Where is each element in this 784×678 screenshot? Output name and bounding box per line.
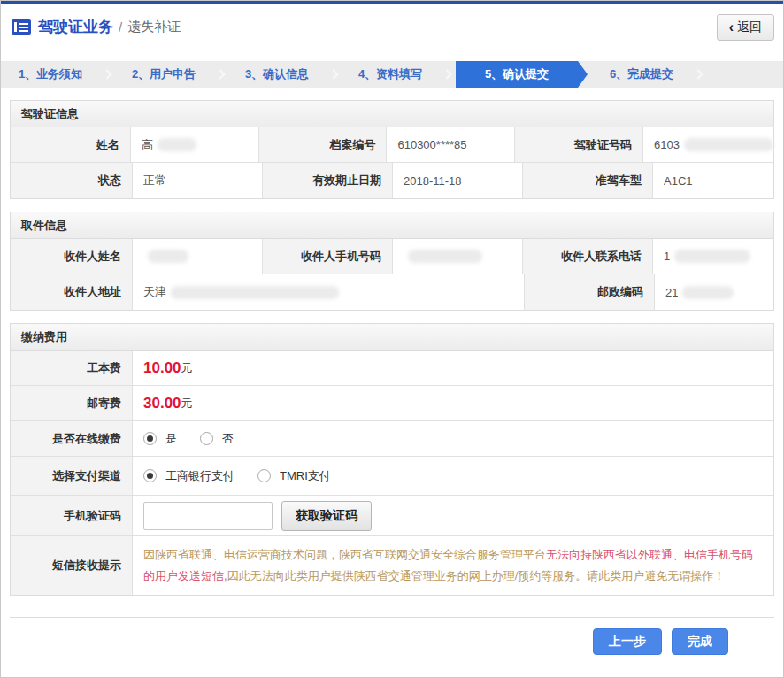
file-number-value: 610300****85 [387,127,515,162]
vehicle-class-label: 准驾车型 [523,163,653,198]
recipient-address-label: 收件人地址 [11,274,133,310]
page-title: 驾驶证业务 [38,17,113,37]
status-value: 正常 [133,163,263,198]
list-card-icon [12,19,31,35]
tab-step-6[interactable]: 6、完成提交 [592,61,691,88]
recipient-address-value: 天津 [133,274,525,310]
vehicle-class-value: A1C1 [653,163,773,198]
header: 驾驶证业务 / 遗失补证 ‹ 返回 [1,4,783,50]
previous-step-button[interactable]: 上一步 [593,628,662,655]
tab-step-5-active[interactable]: 5、确认提交 [456,61,578,88]
production-fee-value: 10.00元 [133,351,773,385]
pay-channel-label: 选择支付渠道 [11,457,133,495]
recipient-mobile-label: 收件人手机号码 [263,239,393,274]
sms-code-input[interactable] [143,502,273,530]
recipient-name-value [133,239,263,274]
tab-step-4[interactable]: 4、资料填写 [341,61,440,88]
delivery-section-title: 取件信息 [11,212,773,239]
table-row: 选择支付渠道 工商银行支付 TMRI支付 [11,457,773,496]
tab-separator-chevron [328,69,338,79]
sms-code-label: 手机验证码 [11,496,133,535]
tab-separator-chevron [215,69,225,79]
recipient-phone-value: 1 [653,239,773,274]
online-pay-options: 是 否 [133,421,773,456]
radio-unselected-icon [200,432,213,445]
postal-code-value: 21 [655,274,773,310]
recipient-name-label: 收件人姓名 [11,239,133,274]
sms-notice-label: 短信接收提示 [11,536,133,595]
radio-channel-icbc[interactable]: 工商银行支付 [143,468,234,484]
back-button-label: 返回 [737,19,762,35]
redaction-blur [158,138,196,151]
file-number-label: 档案编号 [259,127,388,162]
license-info-section: 驾驶证信息 姓名 高 档案编号 610300****85 驾驶证号码 6103 … [10,100,774,199]
step-tabs: 1、业务须知 2、用户申告 3、确认信息 4、资料填写 5、确认提交 6、完成提… [1,61,783,88]
recipient-mobile-value [393,239,523,274]
page-subtitle: 遗失补证 [127,19,181,35]
get-sms-code-button[interactable]: 获取验证码 [281,501,372,531]
expiry-date-label: 有效期止日期 [263,163,393,198]
radio-channel-tmri[interactable]: TMRI支付 [257,468,331,484]
notice-part-1: 因陕西省联通、电信运营商技术问题，陕西省互联网交通安全综合服务管理平台 [143,548,546,561]
tab-separator-chevron [442,69,451,79]
sms-code-field: 获取验证码 [133,496,773,535]
table-row: 是否在线缴费 是 否 [11,421,773,457]
tab-step-3[interactable]: 3、确认信息 [227,61,327,88]
expiry-date-value: 2018-11-18 [393,163,523,198]
redaction-blur [408,250,482,263]
radio-selected-icon [143,432,157,445]
redaction-blur [674,250,750,263]
redaction-blur [684,138,773,151]
table-row: 收件人姓名 收件人手机号码 收件人联系电话 1 [11,239,773,274]
delivery-info-section: 取件信息 收件人姓名 收件人手机号码 收件人联系电话 1 收件人地址 天津 邮政… [10,212,774,311]
radio-online-pay-no[interactable]: 否 [200,431,234,447]
pay-channel-options: 工商银行支付 TMRI支付 [133,457,773,495]
notice-part-3: 因此无法向此类用户提供陕西省交通管理业务的网上办理/预约等服务。请此类用户避免无… [227,569,726,582]
table-row: 状态 正常 有效期止日期 2018-11-18 准驾车型 A1C1 [11,163,773,198]
payment-section-title: 缴纳费用 [11,324,773,351]
table-row: 短信接收提示 因陕西省联通、电信运营商技术问题，陕西省互联网交通安全综合服务管理… [11,536,773,595]
footer-actions: 上一步 完成 [10,617,774,655]
tab-separator-chevron [102,69,111,79]
payment-section: 缴纳费用 工本费 10.00元 邮寄费 30.00元 是否在线缴费 是 否 选择… [10,323,774,596]
status-label: 状态 [11,163,133,198]
postage-fee-label: 邮寄费 [11,386,133,420]
table-row: 工本费 10.00元 [11,351,773,386]
postal-code-label: 邮政编码 [525,274,655,310]
postage-fee-value: 30.00元 [133,386,773,420]
name-label: 姓名 [11,127,131,162]
redaction-blur [171,286,339,299]
name-value: 高 [131,127,259,162]
page: 驾驶证业务 / 遗失补证 ‹ 返回 1、业务须知 2、用户申告 3、确认信息 4… [0,0,784,678]
radio-unselected-icon [257,469,271,482]
sms-notice-text: 因陕西省联通、电信运营商技术问题，陕西省互联网交通安全综合服务管理平台无法向持陕… [133,536,773,595]
table-row: 手机验证码 获取验证码 [11,496,773,536]
recipient-phone-label: 收件人联系电话 [523,239,653,274]
license-number-value: 6103 [643,127,773,162]
online-pay-label: 是否在线缴费 [11,421,133,456]
radio-selected-icon [143,469,157,482]
tab-step-1[interactable]: 1、业务须知 [1,61,100,88]
redaction-blur [148,250,188,263]
tab-step-2[interactable]: 2、用户申告 [114,61,213,88]
finish-button[interactable]: 完成 [672,628,728,655]
tab-separator-chevron [693,69,703,79]
license-number-label: 驾驶证号码 [515,127,643,162]
back-button[interactable]: ‹ 返回 [717,14,774,41]
radio-online-pay-yes[interactable]: 是 [143,431,177,447]
license-section-title: 驾驶证信息 [11,101,773,127]
production-fee-label: 工本费 [11,351,133,385]
table-row: 收件人地址 天津 邮政编码 21 [11,274,773,310]
table-row: 姓名 高 档案编号 610300****85 驾驶证号码 6103 [11,127,773,163]
breadcrumb-separator: / [119,19,122,35]
redaction-blur [682,286,734,299]
table-row: 邮寄费 30.00元 [11,386,773,421]
back-chevron-icon: ‹ [729,20,734,35]
